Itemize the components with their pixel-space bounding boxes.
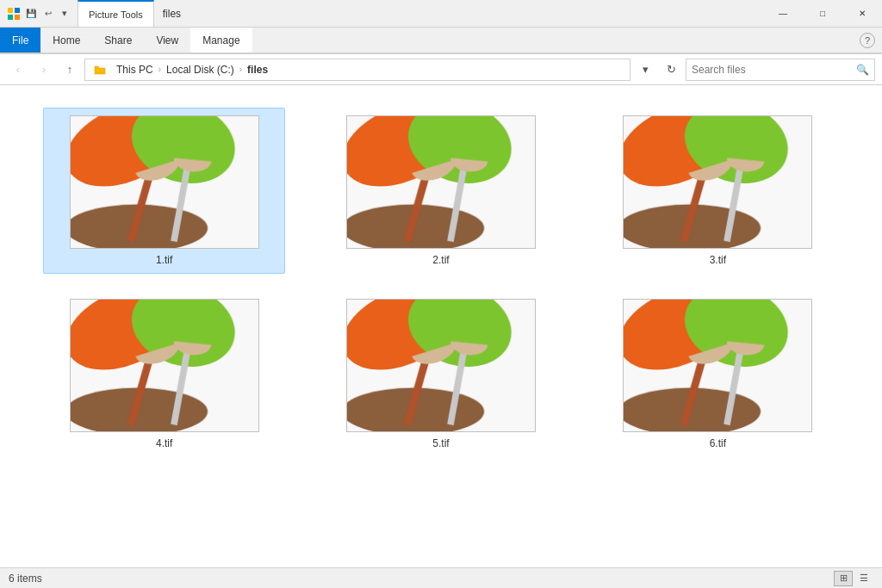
status-count: 6 items xyxy=(9,573,42,585)
title-bar: 💾 ↩ ▾ Picture Tools files — □ ✕ xyxy=(0,0,882,28)
tab-share[interactable]: Share xyxy=(92,28,144,53)
close-button[interactable]: ✕ xyxy=(842,0,882,28)
quick-access-dropdown[interactable]: ▾ xyxy=(59,8,71,19)
thumbnail-canvas xyxy=(347,300,535,431)
ribbon: File Home Share View Manage ? xyxy=(0,28,882,54)
thumbnail-canvas xyxy=(71,116,258,248)
svg-rect-0 xyxy=(8,8,13,13)
address-bar: ‹ › ↑ This PC › Local Disk (C:) › files … xyxy=(0,54,882,85)
tab-manage[interactable]: Manage xyxy=(190,28,252,53)
status-bar: 6 items ⊞ ☰ xyxy=(0,567,882,588)
svg-rect-1 xyxy=(15,8,20,13)
file-item[interactable]: 2.tif xyxy=(320,108,562,274)
picture-tools-tab[interactable]: Picture Tools xyxy=(78,0,154,27)
file-item[interactable]: 5.tif xyxy=(320,291,562,457)
ribbon-help: ? xyxy=(860,28,882,53)
view-list-btn[interactable]: ☰ xyxy=(854,571,873,586)
file-grid: 1.tif2.tif3.tif4.tif5.tif6.tif xyxy=(17,99,865,466)
thumbnail xyxy=(70,115,259,249)
file-name: 4.tif xyxy=(156,437,172,449)
search-input[interactable] xyxy=(692,64,856,76)
thumbnail-canvas xyxy=(71,300,258,431)
file-area: 1.tif2.tif3.tif4.tif5.tif6.tif xyxy=(0,85,882,567)
file-name: 2.tif xyxy=(432,254,449,266)
thumbnail xyxy=(623,115,812,249)
help-icon[interactable]: ? xyxy=(860,33,875,48)
tab-home[interactable]: Home xyxy=(40,28,92,53)
maximize-button[interactable]: □ xyxy=(803,0,842,28)
thumbnail xyxy=(346,299,536,432)
file-name: 3.tif xyxy=(710,254,726,266)
up-button[interactable]: ↑ xyxy=(59,59,81,81)
view-icon-btn[interactable]: ⊞ xyxy=(834,571,853,586)
breadcrumb-thispc[interactable]: This PC xyxy=(113,62,157,77)
file-item[interactable]: 1.tif xyxy=(43,108,285,274)
breadcrumb-files[interactable]: files xyxy=(244,62,271,77)
thumbnail xyxy=(70,299,259,432)
dropdown-button[interactable]: ▾ xyxy=(634,59,656,81)
forward-button[interactable]: › xyxy=(33,59,55,81)
breadcrumb: This PC › Local Disk (C:) › files xyxy=(90,62,271,77)
file-name: 6.tif xyxy=(710,437,726,449)
thumbnail-canvas xyxy=(347,116,535,248)
svg-rect-3 xyxy=(15,15,20,20)
breadcrumb-localdisk[interactable]: Local Disk (C:) xyxy=(163,62,238,77)
file-name: 1.tif xyxy=(156,254,172,266)
tab-view[interactable]: View xyxy=(144,28,190,53)
search-box[interactable]: 🔍 xyxy=(686,59,875,81)
save-icon[interactable]: 💾 xyxy=(24,7,38,21)
tab-file[interactable]: File xyxy=(0,28,40,53)
minimize-button[interactable]: — xyxy=(763,0,803,28)
window-controls: — □ ✕ xyxy=(763,0,882,28)
breadcrumb-folder-icon[interactable] xyxy=(90,62,111,77)
file-item[interactable]: 4.tif xyxy=(43,291,285,457)
thumbnail xyxy=(346,115,536,249)
main-content: 1.tif2.tif3.tif4.tif5.tif6.tif xyxy=(0,85,882,567)
file-name: 5.tif xyxy=(432,437,449,449)
thumbnail-canvas xyxy=(624,300,811,431)
window-title: files xyxy=(154,8,189,20)
refresh-button[interactable]: ↻ xyxy=(660,59,682,81)
app-icon xyxy=(7,7,21,21)
back-button[interactable]: ‹ xyxy=(7,59,29,81)
thumbnail-canvas xyxy=(624,116,811,248)
address-path[interactable]: This PC › Local Disk (C:) › files xyxy=(84,59,630,81)
file-item[interactable]: 6.tif xyxy=(597,291,839,457)
undo-icon[interactable]: ↩ xyxy=(41,7,55,21)
file-item[interactable]: 3.tif xyxy=(597,108,839,274)
svg-rect-2 xyxy=(8,15,13,20)
search-icon[interactable]: 🔍 xyxy=(856,64,869,76)
ribbon-tab-bar: File Home Share View Manage ? xyxy=(0,28,882,53)
view-toggle: ⊞ ☰ xyxy=(834,571,873,586)
thumbnail xyxy=(623,299,812,432)
